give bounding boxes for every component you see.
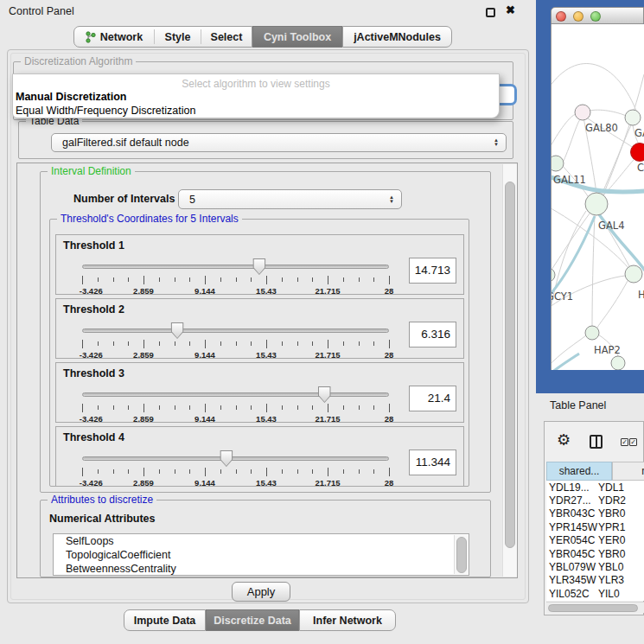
table-cell[interactable]: YBL079W [546,561,598,573]
table-data-combo[interactable]: galFiltered.sif default node ▲▼ [51,133,507,152]
network-node[interactable] [585,326,599,340]
threshold-3-slider[interactable]: -3.4262.8599.14415.4321.71528 [82,386,389,424]
tab-style-label: Style [165,31,191,43]
scrollbar-thumb[interactable] [505,182,515,548]
table-cell[interactable]: YBR0 [598,507,625,520]
table-row[interactable]: YDR27...YDR2 [546,494,644,507]
threshold-2-panel: Threshold 2 -3.4262.8599.14415.4321.7152… [55,298,464,359]
gear-icon[interactable]: ⚙ [557,432,571,448]
list-item[interactable]: BetweennessCentrality [54,562,469,576]
network-node-label: H [638,289,644,301]
threshold-1-slider[interactable]: -3.4262.8599.14415.4321.71528 [82,258,389,296]
network-edges [552,64,644,370]
table-cell[interactable]: YBL0 [598,561,623,573]
slider-track[interactable] [82,265,389,269]
list-item[interactable]: TopologicalCoefficient [54,548,469,562]
table-cell[interactable]: YER054C [546,534,598,546]
table-cell[interactable]: YBR045C [546,548,598,560]
list-scrollbar-thumb[interactable] [456,537,467,573]
threshold-2-value-field[interactable]: 6.316 [409,322,456,348]
slider-thumb[interactable] [252,258,265,275]
tab-style[interactable]: Style [155,27,201,47]
close-traffic-light-icon[interactable] [556,11,566,22]
table-cell[interactable]: YBR043C [546,507,598,520]
dropdown-option-manual[interactable]: Manual Discretization [16,91,127,103]
slider-thumb[interactable] [318,386,331,403]
list-item[interactable]: SelfLoops [54,534,469,548]
table-cell[interactable]: YIL0 [598,588,620,600]
table-cell[interactable]: YBR0 [598,548,625,560]
checkbox-icon[interactable]: ✓ [629,438,637,446]
float-window-icon[interactable] [486,8,495,17]
slider-thumb[interactable] [220,450,233,467]
table-cell[interactable]: YLR3 [598,574,624,586]
table-cell[interactable]: YPR1 [598,521,625,533]
spinner-arrows-icon: ▲▼ [389,195,394,204]
threshold-2-slider[interactable]: -3.4262.8599.14415.4321.71528 [82,322,389,360]
apply-button[interactable]: Apply [232,582,290,602]
threshold-1-value-field[interactable]: 14.713 [409,258,456,284]
close-icon[interactable]: ✖ [506,3,515,16]
network-node[interactable] [625,110,641,125]
numerical-attributes-list[interactable]: SelfLoops TopologicalCoefficient Between… [53,533,469,576]
network-node[interactable] [552,268,555,282]
table-row[interactable]: YIL052CYIL0 [546,587,644,600]
horizontal-scrollbar-track[interactable] [546,602,644,613]
network-node[interactable] [585,193,608,215]
table-row[interactable]: YBR045CYBR0 [546,547,644,560]
slider-track[interactable] [82,456,389,461]
tab-cyni-toolbox[interactable]: Cyni Toolbox [252,26,342,48]
table-panel-box: ⚙ ✓ ✓ shared... na YDL19...YDL1YDR27...Y… [544,421,644,615]
minimize-traffic-light-icon[interactable] [573,11,583,22]
checkbox-icon[interactable]: ✓ [621,438,628,446]
table-cell[interactable]: YIL052C [546,588,598,600]
table-cell[interactable]: YLR345W [546,574,598,586]
algorithm-dropdown-popup: Select algorithm to view settings Manual… [12,73,500,118]
horizontal-scrollbar-thumb[interactable] [548,604,638,612]
column-header-shared-name[interactable]: shared... [546,462,612,481]
tab-network[interactable]: Network [74,27,154,47]
table-row[interactable]: YDL19...YDL1 [546,481,644,494]
tab-impute-data-label: Impute Data [134,615,196,627]
slider-thumb[interactable] [171,322,184,339]
interval-definition-title: Interval Definition [48,165,135,177]
threshold-4-value-field[interactable]: 11.344 [409,450,456,475]
columns-icon[interactable] [590,435,603,449]
network-node[interactable] [575,105,590,120]
network-canvas[interactable]: GAL80GACGAL11GAL4GCY1HHAP2 [551,24,644,370]
network-node[interactable] [611,356,625,370]
table-cell[interactable]: YDR2 [598,494,626,507]
table-cell[interactable]: YDL1 [598,481,624,494]
network-window-titlebar[interactable] [551,7,644,24]
dropdown-option-equal-width[interactable]: Equal Width/Frequency Discretization [16,105,195,117]
tab-discretize-data-label: Discretize Data [214,615,291,627]
threshold-4-slider[interactable]: -3.4262.8599.14415.4321.71528 [82,450,389,488]
list-scrollbar-track[interactable] [454,535,469,574]
table-row[interactable]: YBL079WYBL0 [546,560,644,573]
table-cell[interactable]: YDR27... [546,494,598,507]
table-cell[interactable]: YPR145W [546,521,598,533]
threshold-3-value-field[interactable]: 21.4 [409,386,456,411]
table-cell[interactable]: YDL19... [546,481,598,494]
table-cell[interactable]: YER0 [598,534,625,546]
threshold-2-label: Threshold 2 [63,303,124,316]
network-node[interactable] [552,156,564,171]
tab-impute-data[interactable]: Impute Data [124,609,206,631]
network-node[interactable] [625,265,642,283]
network-node[interactable] [631,143,644,162]
tab-infer-network[interactable]: Infer Network [299,609,396,631]
tab-select[interactable]: Select [201,27,252,47]
numerical-attributes-label: Numerical Attributes [49,513,155,525]
num-intervals-combo[interactable]: 5 ▲▼ [178,189,402,209]
table-row[interactable]: YPR145WYPR1 [546,520,644,533]
tab-discretize-data[interactable]: Discretize Data [206,609,299,631]
table-row[interactable]: YLR345WYLR3 [546,574,644,587]
slider-track[interactable] [82,328,389,333]
table-row[interactable]: YER054CYER0 [546,534,644,547]
zoom-traffic-light-icon[interactable] [590,11,601,22]
column-header-name[interactable]: na [612,462,644,481]
table-row[interactable]: YBR043CYBR0 [546,507,644,520]
scrollbar-track[interactable] [502,164,517,577]
slider-track[interactable] [82,392,389,397]
tab-jactivemnodules[interactable]: jActiveMNodules [342,26,452,48]
